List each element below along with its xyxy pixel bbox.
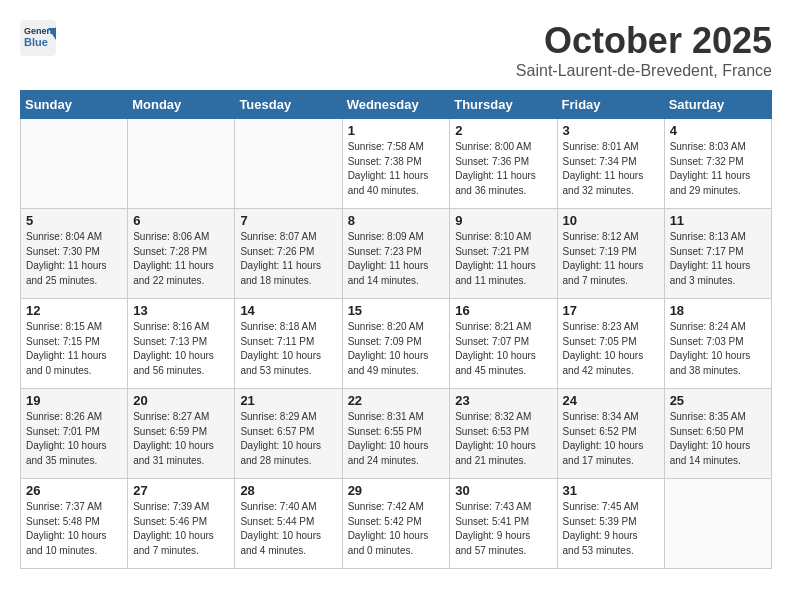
title-section: October 2025 Saint-Laurent-de-Brevedent,… bbox=[516, 20, 772, 80]
day-info: Sunrise: 7:43 AM Sunset: 5:41 PM Dayligh… bbox=[455, 500, 551, 558]
day-info: Sunrise: 8:27 AM Sunset: 6:59 PM Dayligh… bbox=[133, 410, 229, 468]
calendar-week-row: 1Sunrise: 7:58 AM Sunset: 7:38 PM Daylig… bbox=[21, 119, 772, 209]
calendar-cell bbox=[664, 479, 771, 569]
svg-text:Blue: Blue bbox=[24, 36, 48, 48]
calendar-cell: 27Sunrise: 7:39 AM Sunset: 5:46 PM Dayli… bbox=[128, 479, 235, 569]
day-info: Sunrise: 8:21 AM Sunset: 7:07 PM Dayligh… bbox=[455, 320, 551, 378]
calendar-cell: 11Sunrise: 8:13 AM Sunset: 7:17 PM Dayli… bbox=[664, 209, 771, 299]
calendar-cell: 22Sunrise: 8:31 AM Sunset: 6:55 PM Dayli… bbox=[342, 389, 450, 479]
calendar-cell: 12Sunrise: 8:15 AM Sunset: 7:15 PM Dayli… bbox=[21, 299, 128, 389]
day-number: 8 bbox=[348, 213, 445, 228]
day-number: 10 bbox=[563, 213, 659, 228]
day-info: Sunrise: 8:04 AM Sunset: 7:30 PM Dayligh… bbox=[26, 230, 122, 288]
day-number: 29 bbox=[348, 483, 445, 498]
day-number: 16 bbox=[455, 303, 551, 318]
calendar-cell: 9Sunrise: 8:10 AM Sunset: 7:21 PM Daylig… bbox=[450, 209, 557, 299]
day-info: Sunrise: 8:26 AM Sunset: 7:01 PM Dayligh… bbox=[26, 410, 122, 468]
calendar-week-row: 26Sunrise: 7:37 AM Sunset: 5:48 PM Dayli… bbox=[21, 479, 772, 569]
day-info: Sunrise: 8:13 AM Sunset: 7:17 PM Dayligh… bbox=[670, 230, 766, 288]
day-info: Sunrise: 8:10 AM Sunset: 7:21 PM Dayligh… bbox=[455, 230, 551, 288]
day-info: Sunrise: 8:07 AM Sunset: 7:26 PM Dayligh… bbox=[240, 230, 336, 288]
day-number: 20 bbox=[133, 393, 229, 408]
weekday-header-wednesday: Wednesday bbox=[342, 91, 450, 119]
day-info: Sunrise: 7:39 AM Sunset: 5:46 PM Dayligh… bbox=[133, 500, 229, 558]
weekday-header-sunday: Sunday bbox=[21, 91, 128, 119]
day-number: 17 bbox=[563, 303, 659, 318]
calendar-cell: 2Sunrise: 8:00 AM Sunset: 7:36 PM Daylig… bbox=[450, 119, 557, 209]
calendar-cell: 23Sunrise: 8:32 AM Sunset: 6:53 PM Dayli… bbox=[450, 389, 557, 479]
calendar-cell bbox=[235, 119, 342, 209]
day-number: 22 bbox=[348, 393, 445, 408]
weekday-header-row: SundayMondayTuesdayWednesdayThursdayFrid… bbox=[21, 91, 772, 119]
day-number: 1 bbox=[348, 123, 445, 138]
calendar-cell bbox=[128, 119, 235, 209]
calendar-cell: 3Sunrise: 8:01 AM Sunset: 7:34 PM Daylig… bbox=[557, 119, 664, 209]
day-number: 4 bbox=[670, 123, 766, 138]
calendar-cell: 28Sunrise: 7:40 AM Sunset: 5:44 PM Dayli… bbox=[235, 479, 342, 569]
day-info: Sunrise: 8:12 AM Sunset: 7:19 PM Dayligh… bbox=[563, 230, 659, 288]
day-info: Sunrise: 8:35 AM Sunset: 6:50 PM Dayligh… bbox=[670, 410, 766, 468]
calendar-cell bbox=[21, 119, 128, 209]
day-number: 9 bbox=[455, 213, 551, 228]
day-info: Sunrise: 8:31 AM Sunset: 6:55 PM Dayligh… bbox=[348, 410, 445, 468]
day-number: 6 bbox=[133, 213, 229, 228]
calendar-cell: 25Sunrise: 8:35 AM Sunset: 6:50 PM Dayli… bbox=[664, 389, 771, 479]
calendar-week-row: 12Sunrise: 8:15 AM Sunset: 7:15 PM Dayli… bbox=[21, 299, 772, 389]
weekday-header-thursday: Thursday bbox=[450, 91, 557, 119]
weekday-header-saturday: Saturday bbox=[664, 91, 771, 119]
day-number: 27 bbox=[133, 483, 229, 498]
day-number: 30 bbox=[455, 483, 551, 498]
day-number: 11 bbox=[670, 213, 766, 228]
calendar-cell: 18Sunrise: 8:24 AM Sunset: 7:03 PM Dayli… bbox=[664, 299, 771, 389]
calendar-cell: 15Sunrise: 8:20 AM Sunset: 7:09 PM Dayli… bbox=[342, 299, 450, 389]
calendar-cell: 13Sunrise: 8:16 AM Sunset: 7:13 PM Dayli… bbox=[128, 299, 235, 389]
day-number: 5 bbox=[26, 213, 122, 228]
calendar-cell: 8Sunrise: 8:09 AM Sunset: 7:23 PM Daylig… bbox=[342, 209, 450, 299]
calendar-cell: 6Sunrise: 8:06 AM Sunset: 7:28 PM Daylig… bbox=[128, 209, 235, 299]
day-info: Sunrise: 8:16 AM Sunset: 7:13 PM Dayligh… bbox=[133, 320, 229, 378]
day-info: Sunrise: 7:58 AM Sunset: 7:38 PM Dayligh… bbox=[348, 140, 445, 198]
day-info: Sunrise: 8:23 AM Sunset: 7:05 PM Dayligh… bbox=[563, 320, 659, 378]
month-title: October 2025 bbox=[516, 20, 772, 62]
calendar-cell: 29Sunrise: 7:42 AM Sunset: 5:42 PM Dayli… bbox=[342, 479, 450, 569]
calendar-cell: 16Sunrise: 8:21 AM Sunset: 7:07 PM Dayli… bbox=[450, 299, 557, 389]
day-number: 14 bbox=[240, 303, 336, 318]
day-number: 24 bbox=[563, 393, 659, 408]
day-info: Sunrise: 8:32 AM Sunset: 6:53 PM Dayligh… bbox=[455, 410, 551, 468]
day-number: 18 bbox=[670, 303, 766, 318]
calendar-cell: 26Sunrise: 7:37 AM Sunset: 5:48 PM Dayli… bbox=[21, 479, 128, 569]
calendar-cell: 7Sunrise: 8:07 AM Sunset: 7:26 PM Daylig… bbox=[235, 209, 342, 299]
calendar-cell: 1Sunrise: 7:58 AM Sunset: 7:38 PM Daylig… bbox=[342, 119, 450, 209]
calendar-cell: 4Sunrise: 8:03 AM Sunset: 7:32 PM Daylig… bbox=[664, 119, 771, 209]
day-number: 28 bbox=[240, 483, 336, 498]
weekday-header-monday: Monday bbox=[128, 91, 235, 119]
day-number: 25 bbox=[670, 393, 766, 408]
day-info: Sunrise: 7:45 AM Sunset: 5:39 PM Dayligh… bbox=[563, 500, 659, 558]
day-number: 21 bbox=[240, 393, 336, 408]
day-info: Sunrise: 8:18 AM Sunset: 7:11 PM Dayligh… bbox=[240, 320, 336, 378]
day-number: 31 bbox=[563, 483, 659, 498]
calendar-cell: 19Sunrise: 8:26 AM Sunset: 7:01 PM Dayli… bbox=[21, 389, 128, 479]
calendar-week-row: 5Sunrise: 8:04 AM Sunset: 7:30 PM Daylig… bbox=[21, 209, 772, 299]
day-number: 2 bbox=[455, 123, 551, 138]
weekday-header-tuesday: Tuesday bbox=[235, 91, 342, 119]
day-number: 15 bbox=[348, 303, 445, 318]
calendar-cell: 24Sunrise: 8:34 AM Sunset: 6:52 PM Dayli… bbox=[557, 389, 664, 479]
calendar-cell: 10Sunrise: 8:12 AM Sunset: 7:19 PM Dayli… bbox=[557, 209, 664, 299]
day-info: Sunrise: 8:03 AM Sunset: 7:32 PM Dayligh… bbox=[670, 140, 766, 198]
day-number: 23 bbox=[455, 393, 551, 408]
day-number: 3 bbox=[563, 123, 659, 138]
day-info: Sunrise: 7:42 AM Sunset: 5:42 PM Dayligh… bbox=[348, 500, 445, 558]
day-info: Sunrise: 8:20 AM Sunset: 7:09 PM Dayligh… bbox=[348, 320, 445, 378]
calendar-week-row: 19Sunrise: 8:26 AM Sunset: 7:01 PM Dayli… bbox=[21, 389, 772, 479]
day-info: Sunrise: 8:15 AM Sunset: 7:15 PM Dayligh… bbox=[26, 320, 122, 378]
calendar-cell: 17Sunrise: 8:23 AM Sunset: 7:05 PM Dayli… bbox=[557, 299, 664, 389]
day-info: Sunrise: 7:37 AM Sunset: 5:48 PM Dayligh… bbox=[26, 500, 122, 558]
calendar-cell: 20Sunrise: 8:27 AM Sunset: 6:59 PM Dayli… bbox=[128, 389, 235, 479]
day-number: 13 bbox=[133, 303, 229, 318]
page-header: General Blue October 2025 Saint-Laurent-… bbox=[20, 20, 772, 80]
day-number: 26 bbox=[26, 483, 122, 498]
calendar-table: SundayMondayTuesdayWednesdayThursdayFrid… bbox=[20, 90, 772, 569]
calendar-cell: 21Sunrise: 8:29 AM Sunset: 6:57 PM Dayli… bbox=[235, 389, 342, 479]
day-info: Sunrise: 8:01 AM Sunset: 7:34 PM Dayligh… bbox=[563, 140, 659, 198]
